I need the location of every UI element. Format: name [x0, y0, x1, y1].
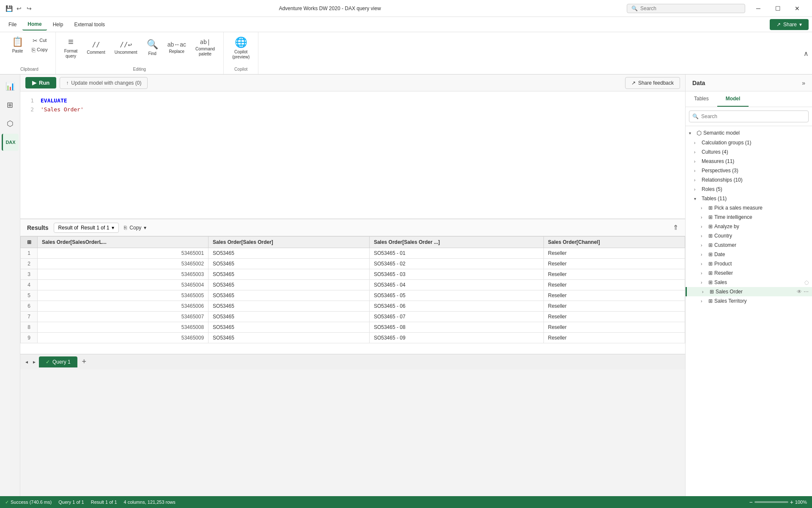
col-header-index: ⊞: [21, 237, 38, 248]
left-icon-model[interactable]: ⬡: [2, 115, 19, 132]
minimize-button[interactable]: ─: [749, 0, 768, 17]
comment-button[interactable]: // Comment: [83, 39, 108, 57]
update-model-button[interactable]: ↑ Update model with changes (0): [60, 77, 148, 89]
zoom-in-button[interactable]: +: [790, 499, 793, 505]
left-icon-dax[interactable]: DAX: [2, 134, 19, 151]
comment-icon: //: [92, 41, 100, 49]
code-line-1: 1 EVALUATE: [25, 97, 680, 105]
copilot-button[interactable]: 🌐 Copilot (preview): [229, 35, 253, 61]
zoom-slider[interactable]: [754, 501, 788, 503]
ribbon-collapse-button[interactable]: ∧: [804, 49, 809, 57]
semantic-model-icon: ⬡: [697, 130, 702, 136]
copy-ribbon-button[interactable]: ⎘ Copy: [29, 46, 50, 54]
tab-tables[interactable]: Tables: [686, 91, 717, 107]
menu-file[interactable]: File: [3, 19, 22, 30]
tree-semantic-model[interactable]: ▾ ⬡ Semantic model: [686, 128, 812, 138]
cell-0-0: 1: [21, 248, 38, 259]
run-button[interactable]: ▶ Run: [25, 77, 56, 88]
result-selector[interactable]: Result of Result 1 of 1 ▾: [54, 223, 119, 233]
copy-results-button[interactable]: ⎘ Copy ▾: [124, 225, 146, 231]
undo-icon[interactable]: ↩: [15, 5, 23, 12]
tree-reseller[interactable]: › ⊞ Reseller: [686, 268, 812, 278]
tree-perspectives[interactable]: › Perspectives (3): [686, 166, 812, 175]
panel-title: Data: [692, 80, 705, 86]
cell-3-2: SO53465: [208, 280, 370, 290]
cell-6-4: Reseller: [543, 312, 685, 322]
cell-8-2: SO53465: [208, 333, 370, 343]
redo-icon[interactable]: ↪: [25, 5, 33, 12]
share-feedback-button[interactable]: ↗ Share feedback: [625, 77, 680, 89]
semantic-model-label: Semantic model: [703, 130, 740, 136]
cell-3-1: 53465004: [38, 280, 208, 290]
maximize-button[interactable]: ☐: [768, 0, 787, 17]
left-icon-table[interactable]: ⊞: [2, 97, 19, 113]
tree-measures[interactable]: › Measures (11): [686, 157, 812, 166]
results-table-container[interactable]: ⊞ Sales Order[SalesOrderL... Sales Order…: [20, 236, 685, 354]
title-search-input[interactable]: [640, 6, 733, 11]
tab-prev-button[interactable]: ◂: [24, 357, 30, 367]
title-search-box[interactable]: 🔍: [627, 4, 745, 13]
cell-0-2: SO53465: [208, 248, 370, 259]
zoom-out-button[interactable]: −: [749, 499, 752, 505]
tree-sales-order[interactable]: › ⊞ Sales Order 👁 ⋯: [686, 287, 812, 296]
close-button[interactable]: ✕: [787, 0, 807, 17]
tree-analyze-by[interactable]: › ⊞ Analyze by: [686, 222, 812, 231]
panel-expand-icon[interactable]: »: [802, 80, 805, 86]
replace-button[interactable]: ab↔ac Replace: [164, 39, 189, 56]
menu-help[interactable]: Help: [48, 19, 69, 30]
cell-2-4: Reseller: [543, 269, 685, 280]
copy-results-icon: ⎘: [124, 225, 127, 231]
paste-icon: 📋: [12, 36, 23, 47]
add-tab-button[interactable]: +: [79, 357, 89, 367]
command-palette-button[interactable]: ab| Command palette: [192, 37, 218, 58]
share-button[interactable]: ↗ Share ▾: [770, 19, 809, 30]
tab-label: Query 1: [52, 359, 71, 365]
code-editor[interactable]: 1 EVALUATE 2 'Sales Order': [20, 91, 685, 218]
left-icon-chart[interactable]: 📊: [2, 78, 19, 95]
tree-product[interactable]: › ⊞ Product: [686, 259, 812, 268]
editor-wrapper: ▶ Run ↑ Update model with changes (0) ↗ …: [20, 75, 685, 496]
menu-home[interactable]: Home: [22, 19, 47, 30]
tree-tables[interactable]: ▾ Tables (11): [686, 194, 812, 203]
menu-external-tools[interactable]: External tools: [69, 19, 110, 30]
tree-sales-territory[interactable]: › ⊞ Sales Territory: [686, 296, 812, 306]
cell-2-2: SO53465: [208, 269, 370, 280]
cell-8-3: SO53465 - 09: [369, 333, 543, 343]
cell-1-0: 2: [21, 259, 38, 269]
save-icon[interactable]: 💾: [5, 5, 13, 12]
tree-relationships[interactable]: › Relationships (10): [686, 175, 812, 185]
tree-pick-sales-measure[interactable]: › ⊞ Pick a sales measure: [686, 203, 812, 213]
tab-query-1[interactable]: ✓ Query 1: [39, 356, 77, 367]
tree-roles[interactable]: › Roles (5): [686, 185, 812, 194]
share-feedback-icon: ↗: [631, 80, 636, 86]
tree-sales[interactable]: › ⊞ Sales ◌: [686, 278, 812, 287]
sales-order-dots-icon: ⋯: [804, 289, 809, 295]
paste-button[interactable]: 📋 Paste: [8, 35, 27, 55]
ribbon-copilot-group: 🌐 Copilot (preview) Copilot: [224, 32, 258, 74]
tree-time-intelligence[interactable]: › ⊞ Time intelligence: [686, 213, 812, 222]
cell-2-1: 53465003: [38, 269, 208, 280]
cell-5-0: 6: [21, 301, 38, 312]
titlebar: 💾 ↩ ↪ Adventure Works DW 2020 - DAX quer…: [0, 0, 812, 17]
results-collapse-button[interactable]: ⇑: [673, 224, 678, 232]
sales-row-icons: ◌: [804, 279, 809, 285]
uncomment-button[interactable]: //↩ Uncomment: [111, 39, 141, 57]
cell-1-4: Reseller: [543, 259, 685, 269]
find-button[interactable]: 🔍 Find: [143, 37, 162, 58]
format-query-button[interactable]: ≡ Format query: [61, 35, 81, 61]
data-panel: Data » Tables Model 🔍 ▾ ⬡ Semantic model…: [685, 75, 812, 496]
cut-button[interactable]: ✂ Cut: [29, 36, 50, 45]
tree-calc-groups[interactable]: › Calculation groups (1): [686, 138, 812, 147]
tree-country[interactable]: › ⊞ Country: [686, 231, 812, 240]
tree-cultures[interactable]: › Cultures (4): [686, 147, 812, 157]
tab-next-button[interactable]: ▸: [31, 357, 37, 367]
cell-6-0: 7: [21, 312, 38, 322]
panel-search-input[interactable]: [689, 110, 809, 122]
tree-customer[interactable]: › ⊞ Customer: [686, 240, 812, 250]
cell-7-3: SO53465 - 08: [369, 322, 543, 333]
tree-date[interactable]: › ⊞ Date: [686, 250, 812, 259]
tab-model[interactable]: Model: [717, 91, 749, 107]
cell-1-3: SO53465 - 02: [369, 259, 543, 269]
cell-8-0: 9: [21, 333, 38, 343]
table-icon-10: ⊞: [710, 289, 714, 295]
